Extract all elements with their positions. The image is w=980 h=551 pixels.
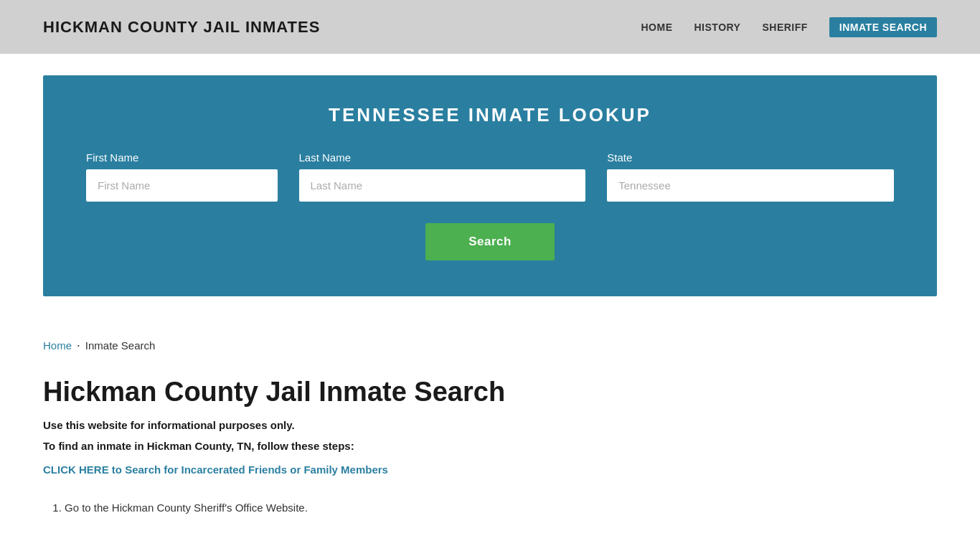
state-label: State bbox=[607, 151, 894, 164]
step-1: Go to the Hickman County Sheriff's Offic… bbox=[65, 501, 937, 514]
header: HICKMAN COUNTY JAIL INMATES HOME HISTORY… bbox=[0, 0, 980, 54]
site-title: HICKMAN COUNTY JAIL INMATES bbox=[43, 18, 320, 37]
hero-section: TENNESSEE INMATE LOOKUP First Name Last … bbox=[43, 75, 937, 296]
search-form-row: First Name Last Name State bbox=[86, 151, 894, 202]
inmate-search-link[interactable]: CLICK HERE to Search for Incarcerated Fr… bbox=[43, 463, 388, 476]
last-name-group: Last Name bbox=[299, 151, 586, 202]
breadcrumb: Home • Inmate Search bbox=[43, 339, 937, 352]
hero-title: TENNESSEE INMATE LOOKUP bbox=[86, 104, 894, 126]
first-name-label: First Name bbox=[86, 151, 278, 164]
page-instructions: To find an inmate in Hickman County, TN,… bbox=[43, 440, 937, 452]
page-title: Hickman County Jail Inmate Search bbox=[43, 377, 937, 408]
first-name-input[interactable] bbox=[86, 169, 278, 202]
last-name-label: Last Name bbox=[299, 151, 586, 164]
breadcrumb-separator: • bbox=[77, 342, 80, 349]
state-input[interactable] bbox=[607, 169, 894, 202]
nav-item-home[interactable]: HOME bbox=[641, 22, 673, 33]
breadcrumb-home[interactable]: Home bbox=[43, 339, 72, 352]
last-name-input[interactable] bbox=[299, 169, 586, 202]
state-group: State bbox=[607, 151, 894, 202]
search-button[interactable]: Search bbox=[425, 223, 555, 260]
page-subtitle: Use this website for informational purpo… bbox=[43, 419, 937, 431]
nav-item-inmate-search[interactable]: INMATE SEARCH bbox=[829, 17, 937, 37]
first-name-group: First Name bbox=[86, 151, 278, 202]
main-content: Home • Inmate Search Hickman County Jail… bbox=[0, 318, 980, 547]
breadcrumb-current: Inmate Search bbox=[85, 339, 156, 352]
nav-item-sheriff[interactable]: SHERIFF bbox=[762, 22, 807, 33]
nav-item-history[interactable]: HISTORY bbox=[694, 22, 741, 33]
steps-list: Go to the Hickman County Sheriff's Offic… bbox=[43, 501, 937, 514]
main-nav: HOME HISTORY SHERIFF INMATE SEARCH bbox=[641, 17, 938, 37]
search-btn-row: Search bbox=[86, 223, 894, 260]
